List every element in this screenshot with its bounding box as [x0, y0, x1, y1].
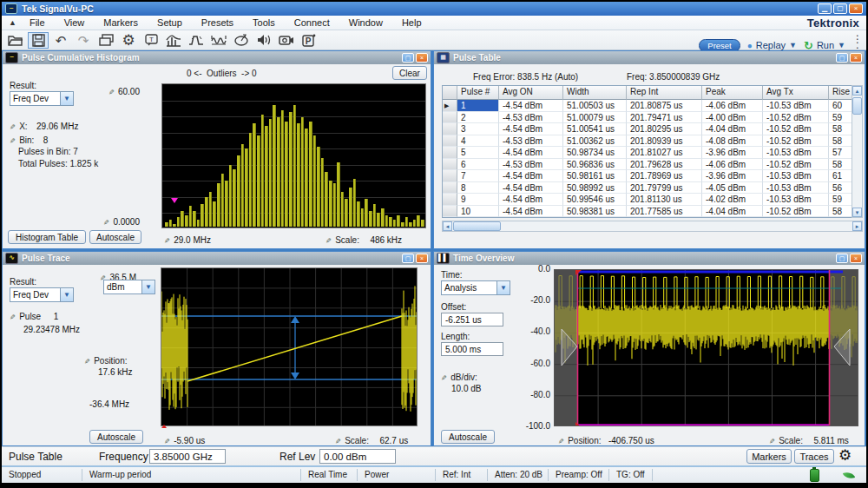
cell[interactable]: 60	[829, 100, 852, 112]
length-input[interactable]: 5.000 ms	[441, 342, 503, 356]
position-readout[interactable]: ✎ Position: 17.6 kHz	[84, 352, 132, 377]
cell[interactable]: 6	[457, 159, 499, 171]
cell[interactable]: 201.79471 us	[627, 112, 702, 124]
cell[interactable]: 50.98381 us	[563, 206, 627, 218]
x-scale-label[interactable]: ✎ Scale: 62.7 us	[335, 432, 408, 447]
column-header[interactable]: Pulse #	[457, 86, 499, 100]
cell[interactable]: -4.54 dBm	[499, 206, 563, 218]
cell[interactable]: -4.06 dBm	[702, 100, 763, 112]
cell[interactable]: 61	[829, 170, 852, 182]
scroll-thumb[interactable]	[453, 221, 501, 231]
cell[interactable]: 201.79799 us	[627, 182, 702, 195]
table-header-row[interactable]: Pulse #Avg ONWidthRep IntPeakAvg TxRise	[443, 86, 852, 100]
traces-button[interactable]: Traces	[794, 449, 834, 464]
cell[interactable]: 201.77585 us	[627, 206, 702, 218]
eject-icon[interactable]: ▲	[9, 18, 16, 27]
x-start-label[interactable]: ✎ -5.90 us	[164, 432, 205, 447]
row-selector[interactable]	[443, 170, 457, 182]
cell[interactable]: -4.53 dBm	[499, 112, 563, 124]
cell[interactable]: 51.00079 us	[563, 112, 627, 124]
column-header[interactable]: Avg Tx	[763, 86, 829, 100]
cell[interactable]: 51.00541 us	[563, 123, 627, 135]
cell[interactable]: -4.06 dBm	[702, 159, 763, 171]
cell[interactable]: 58	[829, 135, 852, 148]
ref-lev-input[interactable]: 0.00 dBm	[319, 449, 396, 464]
pulse-table[interactable]: Pulse #Avg ONWidthRep IntPeakAvg TxRise …	[442, 85, 852, 218]
audio-speaker-icon[interactable]	[253, 32, 274, 49]
column-header[interactable]: Width	[563, 86, 627, 100]
menu-item-markers[interactable]: Markers	[94, 17, 148, 28]
row-selector[interactable]	[443, 135, 457, 148]
result-select[interactable]: Freq Dev ▼	[10, 91, 74, 106]
cell[interactable]: -4.02 dBm	[702, 194, 763, 206]
cell[interactable]: -10.53 dBm	[763, 100, 829, 112]
units-select[interactable]: dBm ▼	[103, 280, 155, 294]
pulse-trace-titlebar[interactable]: ∿ Pulse Trace ▢ ×	[3, 252, 431, 265]
menu-item-view[interactable]: View	[55, 17, 95, 28]
horizontal-scrollbar[interactable]: ◂ ▸	[442, 221, 863, 232]
cell[interactable]: -4.53 dBm	[499, 135, 563, 148]
settings-gear-icon[interactable]: ⚙	[838, 446, 852, 465]
row-selector[interactable]	[443, 112, 457, 124]
cell[interactable]: 58	[829, 206, 852, 218]
cell[interactable]: 4	[457, 135, 499, 148]
table-row[interactable]: 7-4.54 dBm50.98161 us201.78969 us-3.96 d…	[443, 170, 852, 182]
cell[interactable]: 2	[457, 112, 499, 124]
cell[interactable]: -4.54 dBm	[499, 123, 563, 135]
cell[interactable]: -4.04 dBm	[702, 123, 763, 135]
camera-icon[interactable]	[276, 32, 297, 49]
cell[interactable]: -4.54 dBm	[499, 182, 563, 195]
knob-icon[interactable]	[231, 32, 252, 49]
window-titlebar[interactable]: ~ Tek SignalVu-PC ▁ ▢ ×	[2, 2, 866, 16]
row-selector[interactable]: ▶	[443, 100, 457, 112]
cell[interactable]: -4.00 dBm	[702, 112, 763, 124]
position-label[interactable]: ✎ Position: -406.750 us	[558, 432, 654, 447]
close-button[interactable]: ×	[849, 3, 863, 14]
scroll-right-icon[interactable]: ▸	[852, 221, 862, 231]
column-header[interactable]: Rise	[829, 86, 852, 100]
close-icon[interactable]: ×	[850, 254, 862, 263]
histogram-plot[interactable]	[161, 83, 426, 228]
column-header[interactable]: Peak	[702, 86, 763, 100]
histogram-marker-icon[interactable]	[171, 198, 178, 203]
cell[interactable]: 57	[829, 147, 852, 159]
cell[interactable]: 59	[829, 112, 852, 124]
autoscale-button[interactable]: Autoscale	[89, 230, 141, 244]
save-icon[interactable]	[28, 32, 49, 49]
marker-bin-readout[interactable]: ✎ Bin: 8	[10, 131, 48, 147]
offset-input[interactable]: -6.251 us	[441, 313, 503, 326]
cell[interactable]: 201.80875 us	[627, 100, 702, 112]
menu-item-tools[interactable]: Tools	[243, 17, 285, 28]
table-row[interactable]: 3-4.54 dBm51.00541 us201.80295 us-4.04 d…	[443, 123, 852, 135]
menu-item-window[interactable]: Window	[339, 17, 392, 28]
scroll-up-icon[interactable]: ▴	[852, 86, 862, 96]
cell[interactable]: 50.98161 us	[563, 170, 627, 182]
cell[interactable]: 1	[457, 100, 499, 112]
y-min-label[interactable]: ✎ 0.0000	[89, 213, 140, 228]
cell[interactable]: 50.99546 us	[563, 194, 627, 206]
cell[interactable]: 58	[829, 123, 852, 135]
clear-button[interactable]: Clear	[392, 66, 427, 80]
table-row[interactable]: ▶1-4.54 dBm51.00503 us201.80875 us-4.06 …	[443, 100, 852, 112]
menu-item-setup[interactable]: Setup	[148, 17, 192, 28]
preset-marker-icon[interactable]: P	[299, 32, 319, 49]
restore-icon[interactable]: ▢	[836, 53, 848, 63]
menu-item-file[interactable]: File	[20, 17, 55, 28]
cell[interactable]: 201.81027 us	[627, 147, 702, 159]
cell[interactable]: 51.00503 us	[563, 100, 627, 112]
redo-icon[interactable]: ↷	[73, 32, 94, 49]
autoscale-button[interactable]: Autoscale	[89, 430, 143, 444]
scroll-left-icon[interactable]: ◂	[443, 221, 452, 231]
frequency-input[interactable]: 3.85000 GHz	[149, 449, 226, 464]
histogram-panel-titlebar[interactable]: ~ Pulse Cumulative Histogram ▢ ×	[3, 51, 431, 64]
histogram-view-icon[interactable]	[163, 32, 184, 49]
maximize-button[interactable]: ▢	[833, 3, 847, 14]
cell[interactable]: -10.53 dBm	[763, 147, 829, 159]
menu-item-connect[interactable]: Connect	[285, 17, 339, 28]
cell[interactable]: 7	[457, 170, 499, 182]
cell[interactable]: -10.52 dBm	[763, 206, 829, 218]
row-selector[interactable]	[443, 182, 457, 195]
cell[interactable]: 3	[457, 123, 499, 135]
time-overview-titlebar[interactable]: ▌▌ Time Overview ▢ ×	[434, 252, 865, 265]
cell[interactable]: -10.53 dBm	[763, 170, 829, 182]
